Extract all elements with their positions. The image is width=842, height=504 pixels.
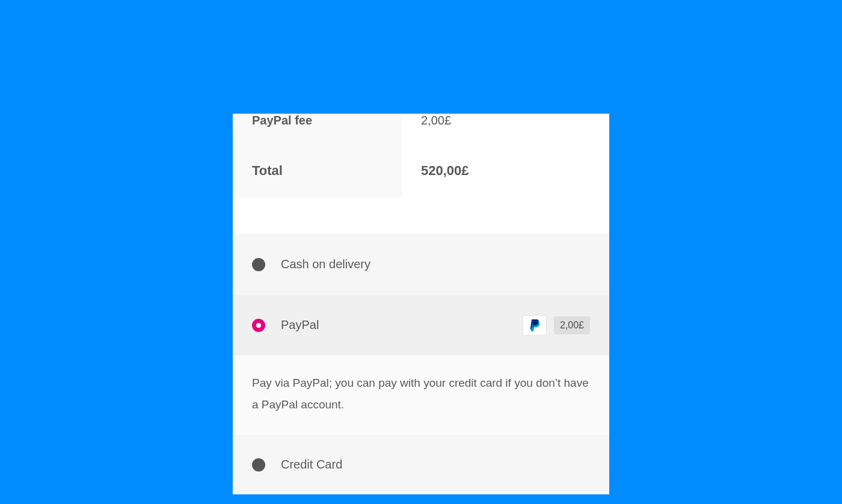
radio-selected-icon[interactable] <box>252 319 265 332</box>
paypal-extra: 2,00£ <box>523 315 590 336</box>
paypal-description: Pay via PayPal; you can pay with your cr… <box>233 355 609 435</box>
spacer <box>233 198 609 234</box>
cod-label: Cash on delivery <box>281 257 590 271</box>
total-value: 520,00£ <box>421 163 469 178</box>
paypal-fee-label: PayPal fee <box>252 114 312 127</box>
payment-option-credit-card[interactable]: Credit Card <box>233 435 609 494</box>
credit-card-label: Credit Card <box>281 458 590 472</box>
order-summary-table: PayPal fee 2,00£ Total 520,00£ <box>233 114 609 198</box>
paypal-label: PayPal <box>281 318 523 332</box>
radio-unselected-icon[interactable] <box>252 258 265 271</box>
paypal-fee-tag: 2,00£ <box>554 316 590 334</box>
paypal-fee-value: 2,00£ <box>421 114 451 127</box>
total-label: Total <box>252 163 283 178</box>
payment-methods-list: Cash on delivery PayPal 2,00£ Pay via Pa… <box>233 234 609 494</box>
payment-option-paypal[interactable]: PayPal 2,00£ <box>233 295 609 355</box>
radio-unselected-icon[interactable] <box>252 458 265 472</box>
checkout-panel: PayPal fee 2,00£ Total 520,00£ <box>233 114 609 494</box>
payment-option-cod[interactable]: Cash on delivery <box>233 234 609 295</box>
paypal-icon <box>523 315 547 336</box>
